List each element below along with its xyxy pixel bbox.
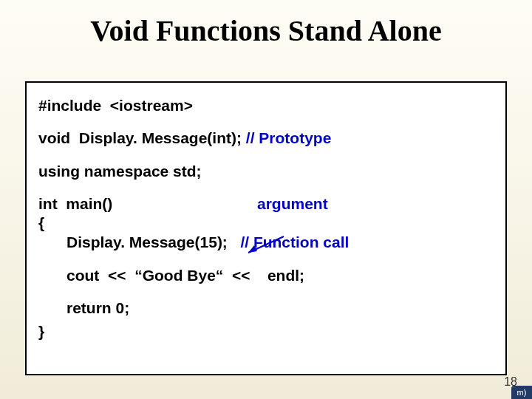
code-prototype-comment: // Prototype (246, 129, 332, 148)
code-using: using namespace std; (38, 162, 494, 181)
arrow-icon (242, 235, 287, 256)
code-call-prefix: Display. Message(15); (66, 233, 240, 252)
code-cout: cout << “Good Bye“ << endl; (38, 266, 494, 285)
slide-title: Void Functions Stand Alone (0, 0, 532, 55)
code-box: #include <iostream> void Display. Messag… (25, 81, 507, 375)
slide: Void Functions Stand Alone #include <ios… (0, 0, 532, 399)
code-include: #include <iostream> (38, 96, 494, 115)
svg-marker-1 (248, 245, 257, 253)
code-main-sig: int main() (38, 194, 257, 214)
code-brace-open: { (38, 214, 494, 233)
code-prototype-prefix: void Display. Message(int); (38, 129, 246, 148)
code-prototype: void Display. Message(int); // Prototype (38, 129, 494, 148)
code-brace-close: } (38, 322, 494, 341)
code-main-row: int main() argument (38, 194, 494, 214)
corner-fragment: m) (511, 386, 532, 399)
code-return: return 0; (38, 299, 494, 318)
argument-label: argument (257, 194, 328, 214)
